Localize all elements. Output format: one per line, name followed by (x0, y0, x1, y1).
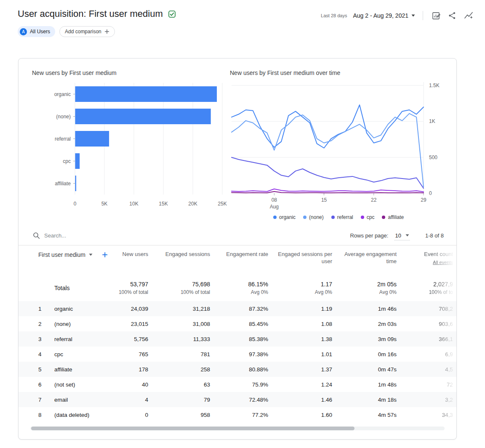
customize-report-icon[interactable] (431, 11, 441, 21)
table-row[interactable]: 2(none)23,01531,00885.45%1.082m 03s903,6 (19, 316, 456, 331)
totals-row: Totals 53,797100% of total 75,698100% of… (19, 274, 456, 301)
charts-row: New users by First user medium 05K10K15K… (19, 59, 456, 220)
column-header-event-count[interactable]: Event countAll events (401, 251, 457, 266)
all-users-chip[interactable]: A All Users (18, 26, 55, 37)
cell-avg-engagement-time: 4m 57s (336, 412, 401, 418)
table-row[interactable]: 1organic24,03931,21887.32%1.191m 46s708,… (19, 301, 456, 316)
table-row[interactable]: 7email47972.48%1.464m 18s3,2 (19, 392, 456, 407)
table-row[interactable]: 4cpc76578197.38%1.010m 16s6,9 (19, 347, 456, 362)
legend-label: referral (337, 214, 353, 220)
row-index: 8 (19, 412, 54, 418)
cell-new-users: 0 (117, 412, 152, 418)
legend-label: cpc (367, 214, 375, 220)
add-comparison-label: Add comparison (65, 29, 101, 35)
legend-dot (361, 216, 364, 219)
cell-event-count: 34,3 (401, 412, 457, 418)
totals-engagement-rate: 86.15%Avg 0% (214, 281, 272, 295)
insights-icon[interactable] (463, 10, 474, 21)
add-comparison-chip[interactable]: Add comparison (59, 26, 115, 37)
report-card: New users by First user medium 05K10K15K… (18, 58, 457, 440)
row-dimension: cpc (54, 351, 117, 357)
table-body: 1organic24,03931,21887.32%1.191m 46s708,… (19, 301, 456, 422)
legend-item-organic[interactable]: organic (273, 214, 296, 220)
legend-item-affiliate[interactable]: affiliate (382, 214, 404, 220)
cell-engagement-rate: 87.32% (214, 306, 272, 312)
dimension-selector[interactable]: First user medium (38, 251, 93, 258)
cell-engaged-sessions: 63 (152, 381, 214, 388)
cell-new-users: 178 (117, 366, 152, 373)
add-dimension-button[interactable]: + (102, 251, 108, 259)
rows-per-page-select[interactable]: 10 (394, 231, 410, 240)
table-row[interactable]: 6(not set)406375.9%1.241m 48s72 (19, 377, 456, 392)
svg-text:25K: 25K (218, 201, 227, 207)
row-index: 5 (19, 366, 54, 373)
cell-engagement-rate: 97.38% (214, 351, 272, 357)
cell-engaged-per-user: 1.46 (272, 397, 336, 403)
column-header-engaged-sessions[interactable]: Engaged sessions (152, 251, 214, 258)
legend-item-none[interactable]: (none) (303, 214, 324, 220)
cell-engaged-sessions: 258 (152, 366, 214, 373)
pagination-status: 1-8 of 8 (425, 232, 444, 239)
svg-text:0: 0 (429, 190, 432, 196)
data-quality-check-icon[interactable] (167, 9, 177, 19)
cell-avg-engagement-time: 1m 46s (336, 306, 401, 312)
legend-item-cpc[interactable]: cpc (361, 214, 375, 220)
legend-dot (331, 216, 335, 219)
column-header-engaged-sessions-per-user[interactable]: Engaged sessions per user (272, 251, 336, 265)
column-header-new-users[interactable]: New users (117, 251, 152, 258)
totals-engaged-sessions: 75,698100% of total (152, 281, 214, 295)
cell-event-count: 903,6 (401, 321, 457, 327)
cell-event-count: 6,9 (401, 351, 457, 357)
chevron-down-icon (405, 234, 409, 237)
cell-new-users: 23,015 (117, 321, 152, 327)
date-range-type-label: Last 28 days (321, 13, 347, 18)
horizontal-scrollbar-track[interactable] (30, 427, 445, 430)
row-dimension: (data deleted) (54, 412, 117, 418)
column-header-average-engagement-time[interactable]: Average engagement time (336, 251, 401, 265)
cell-engagement-rate: 75.9% (214, 381, 272, 388)
table-row[interactable]: 3referral5,75611,33385.38%1.383m 09s366,… (19, 331, 456, 347)
table-row[interactable]: 8(data deleted)095877.2%1.604m 57s34,3 (19, 407, 456, 422)
line-chart: 05001K1.5K08Aug152229 (229, 79, 448, 213)
legend-label: organic (279, 214, 296, 220)
cell-new-users: 40 (117, 381, 152, 388)
cell-engagement-rate: 80.88% (214, 366, 272, 373)
chevron-down-icon (411, 14, 415, 17)
date-range-picker[interactable]: Aug 2 - Aug 29, 2021 (353, 12, 415, 19)
cell-avg-engagement-time: 1m 48s (336, 381, 401, 388)
legend-label: affiliate (388, 214, 404, 220)
row-index: 7 (19, 397, 54, 403)
legend-dot (273, 216, 277, 219)
column-header-engagement-rate[interactable]: Engagement rate (214, 251, 272, 258)
svg-text:5K: 5K (101, 201, 108, 207)
cell-avg-engagement-time: 3m 09s (336, 336, 401, 342)
horizontal-scrollbar-thumb[interactable] (31, 427, 354, 430)
svg-text:(none): (none) (56, 114, 71, 120)
cell-engaged-sessions: 31,218 (152, 306, 214, 312)
page-title: User acquisition: First user medium (18, 8, 163, 19)
cell-engaged-per-user: 1.19 (272, 306, 336, 312)
share-icon[interactable] (447, 11, 457, 21)
row-dimension: referral (54, 336, 117, 342)
cell-engagement-rate: 77.2% (214, 412, 272, 418)
legend-item-referral[interactable]: referral (331, 214, 353, 220)
cell-avg-engagement-time: 4m 18s (336, 397, 401, 403)
svg-text:Aug: Aug (270, 204, 279, 210)
svg-text:29: 29 (421, 197, 426, 203)
cell-engagement-rate: 85.45% (214, 321, 272, 327)
svg-text:15K: 15K (159, 201, 168, 207)
search-input[interactable] (44, 232, 171, 239)
svg-text:1.5K: 1.5K (429, 83, 440, 88)
cell-engaged-per-user: 1.08 (272, 321, 336, 327)
svg-text:referral: referral (55, 136, 71, 142)
all-events-link[interactable]: All events (401, 259, 453, 266)
cell-event-count: 708,2 (401, 306, 457, 312)
plus-icon (104, 29, 109, 34)
row-index: 3 (19, 336, 54, 342)
divider (423, 11, 423, 20)
totals-avg-engagement-time: 2m 05sAvg 0% (336, 281, 401, 295)
table-row[interactable]: 5affiliate17825880.88%1.370m 47s4,5 (19, 362, 456, 377)
table-header-row: First user medium + New users Engaged se… (19, 245, 456, 274)
svg-text:affiliate: affiliate (55, 181, 71, 187)
totals-event-count: 2,027,9100% of to (401, 281, 457, 295)
